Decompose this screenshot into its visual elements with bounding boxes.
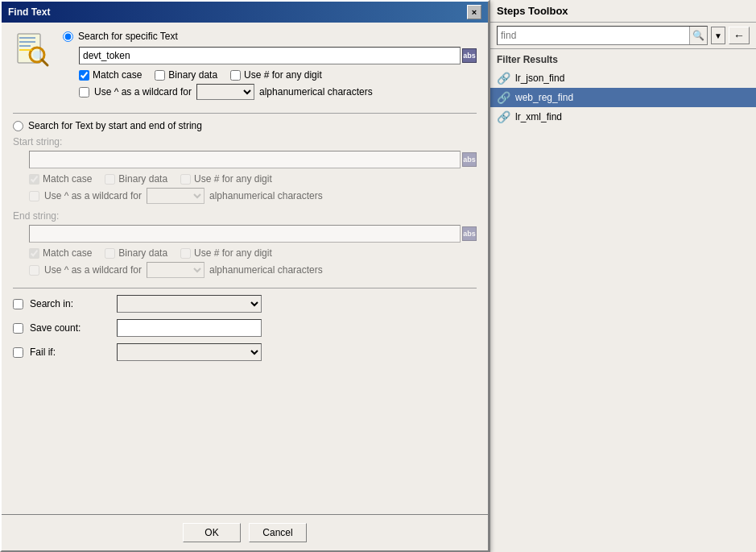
wildcard-dropdown-end xyxy=(147,262,204,278)
divider-2 xyxy=(13,288,477,288)
dialog-content: Search for specific Text abs Match case xyxy=(2,23,488,514)
start-string-label: Start string: xyxy=(13,136,477,147)
start-hash-checkbox xyxy=(180,174,191,185)
fail-if-dropdown[interactable] xyxy=(117,343,262,361)
bottom-section: Search in: Save count: Fail if: xyxy=(13,295,477,361)
match-case-checkbox[interactable] xyxy=(79,70,89,81)
toolbox-item-0[interactable]: 🔗 lr_json_find xyxy=(490,68,756,88)
search-text-row: abs xyxy=(79,47,477,64)
item-icon-2: 🔗 xyxy=(497,110,510,123)
svg-rect-7 xyxy=(19,49,32,51)
fail-if-row: Fail if: xyxy=(13,343,477,361)
end-binary-label: Binary data xyxy=(118,247,167,259)
match-case-item: Match case xyxy=(79,69,142,81)
toolbox-search-button[interactable]: 🔍 xyxy=(689,27,707,44)
specific-checkbox-row: Match case Binary data Use # for any dig… xyxy=(79,69,477,81)
search-text-input[interactable] xyxy=(79,47,461,64)
top-section: Search for specific Text abs Match case xyxy=(13,31,477,106)
search-in-row: Search in: xyxy=(13,295,477,313)
dialog-titlebar: Find Text × xyxy=(2,2,488,23)
fail-if-checkbox[interactable] xyxy=(13,347,23,358)
start-string-row: abs xyxy=(29,151,477,168)
start-hash-label: Use # for any digit xyxy=(194,173,272,185)
binary-data-item: Binary data xyxy=(155,69,217,81)
wildcard-row-start: Use ^ as a wildcard for alphanumerical c… xyxy=(29,188,477,204)
wildcard-label-end: Use ^ as a wildcard for xyxy=(44,264,142,276)
use-hash-label[interactable]: Use # for any digit xyxy=(244,69,322,81)
wildcard-dropdown-start xyxy=(147,188,204,204)
end-binary-item: Binary data xyxy=(105,247,167,259)
save-count-input[interactable] xyxy=(117,319,262,337)
start-string-input xyxy=(29,151,461,168)
start-binary-item: Binary data xyxy=(105,173,167,185)
tool-icon-area xyxy=(13,31,52,69)
start-checkbox-row: Match case Binary data Use # for any dig… xyxy=(29,173,477,185)
binary-data-label[interactable]: Binary data xyxy=(168,69,217,81)
right-panel: Steps Toolbox 🔍 ▼ ← Filter Results 🔗 lr_… xyxy=(490,0,756,552)
close-button[interactable]: × xyxy=(467,5,481,19)
toolbox-list: 🔗 lr_json_find 🔗 web_reg_find 🔗 lr_xml_f… xyxy=(490,68,756,127)
svg-line-6 xyxy=(42,60,48,65)
start-end-radio-label[interactable]: Search for Text by start and end of stri… xyxy=(28,120,202,131)
ok-button[interactable]: OK xyxy=(183,523,241,542)
end-hash-checkbox xyxy=(180,248,191,259)
save-count-checkbox[interactable] xyxy=(13,323,23,334)
start-hash-item: Use # for any digit xyxy=(180,173,272,185)
start-match-case-item: Match case xyxy=(29,173,92,185)
search-in-checkbox[interactable] xyxy=(13,299,23,309)
abs-badge: abs xyxy=(462,48,477,63)
toolbox-item-1[interactable]: 🔗 web_reg_find xyxy=(490,88,756,107)
wildcard-checkbox-end xyxy=(29,265,39,276)
specific-text-radio[interactable] xyxy=(63,31,73,42)
abs-badge-start: abs xyxy=(462,152,477,167)
wildcard-label-start: Use ^ as a wildcard for xyxy=(44,190,142,201)
end-string-label: End string: xyxy=(13,210,477,222)
svg-point-5 xyxy=(33,51,41,59)
back-button[interactable]: ← xyxy=(729,27,750,44)
item-icon-0: 🔗 xyxy=(497,72,510,85)
end-match-case-label: Match case xyxy=(43,247,92,259)
specific-text-radio-row: Search for specific Text xyxy=(63,31,477,42)
fail-if-label[interactable]: Fail if: xyxy=(30,347,110,358)
search-dropdown-arrow[interactable]: ▼ xyxy=(711,27,725,44)
start-end-radio[interactable] xyxy=(13,121,23,131)
binary-data-checkbox[interactable] xyxy=(155,70,165,81)
item-label-2: lr_xml_find xyxy=(515,111,562,122)
start-binary-label: Binary data xyxy=(118,173,167,185)
item-icon-1: 🔗 xyxy=(497,91,510,104)
dialog-title: Find Text xyxy=(8,6,50,18)
wildcard-row-1: Use ^ as a wildcard for alphanumerical c… xyxy=(79,84,477,100)
dialog-footer: OK Cancel xyxy=(2,514,488,550)
end-string-input xyxy=(29,225,461,243)
search-in-label[interactable]: Search in: xyxy=(30,298,110,309)
divider-1 xyxy=(13,113,477,114)
wildcard-checkbox-1[interactable] xyxy=(79,87,89,98)
end-match-case-checkbox xyxy=(29,248,39,259)
wildcard-label-1[interactable]: Use ^ as a wildcard for xyxy=(94,86,192,98)
start-binary-checkbox xyxy=(105,174,115,185)
end-hash-item: Use # for any digit xyxy=(180,247,272,259)
end-match-case-item: Match case xyxy=(29,247,92,259)
find-text-dialog: Find Text × xyxy=(0,0,490,552)
alphanumeric-label-1: alphanumerical characters xyxy=(259,86,373,98)
use-hash-checkbox[interactable] xyxy=(230,70,241,81)
save-count-label[interactable]: Save count: xyxy=(30,322,110,334)
wildcard-row-end: Use ^ as a wildcard for alphanumerical c… xyxy=(29,262,477,278)
end-hash-label: Use # for any digit xyxy=(194,247,272,259)
start-end-section: Search for Text by start and end of stri… xyxy=(13,120,477,278)
cancel-button[interactable]: Cancel xyxy=(249,523,307,542)
end-checkbox-row: Match case Binary data Use # for any dig… xyxy=(29,247,477,259)
match-case-label[interactable]: Match case xyxy=(93,69,142,81)
wildcard-dropdown-1[interactable] xyxy=(196,84,254,100)
save-count-row: Save count: xyxy=(13,319,477,337)
toolbox-item-2[interactable]: 🔗 lr_xml_find xyxy=(490,107,756,127)
svg-rect-3 xyxy=(19,45,31,47)
toolbox-search-input[interactable] xyxy=(498,27,689,44)
alphanumeric-label-start: alphanumerical characters xyxy=(209,190,323,201)
specific-text-radio-label[interactable]: Search for specific Text xyxy=(78,31,178,42)
abs-badge-end: abs xyxy=(462,226,477,241)
end-string-row: abs xyxy=(29,225,477,243)
search-in-dropdown[interactable] xyxy=(117,295,262,313)
filter-results-title: Filter Results xyxy=(490,49,756,68)
steps-toolbox-title: Steps Toolbox xyxy=(497,5,568,17)
